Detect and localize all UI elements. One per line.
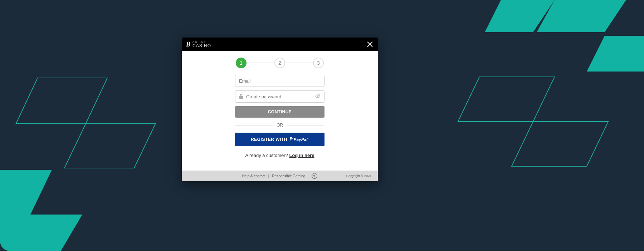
svg-marker-2 <box>587 36 644 72</box>
or-label: OR <box>277 123 283 128</box>
copyright-text: Copyright © 2024 <box>346 174 371 178</box>
svg-marker-9 <box>0 215 30 251</box>
age-badge: 21+ <box>312 173 317 179</box>
paypal-button-label: REGISTER WITH <box>251 137 287 142</box>
close-icon <box>367 41 373 48</box>
already-customer-row: Already a customer? Log in here <box>245 153 314 158</box>
modal-footer: Help & contact | Responsible Gaming 21+ … <box>182 171 378 181</box>
login-link[interactable]: Log in here <box>289 153 314 158</box>
stepper: 1 2 3 <box>236 58 324 68</box>
brand-mark-icon: B <box>186 41 190 48</box>
footer-links: Help & contact | Responsible Gaming 21+ <box>242 173 317 179</box>
or-divider: OR <box>235 123 325 128</box>
responsible-gaming-link[interactable]: Responsible Gaming <box>272 174 305 178</box>
email-field[interactable] <box>239 78 321 84</box>
register-paypal-button[interactable]: REGISTER WITH PayPal <box>235 133 325 146</box>
svg-marker-7 <box>0 170 52 215</box>
help-contact-link[interactable]: Help & contact <box>242 174 265 178</box>
registration-modal: B ONLINE CASINO 1 2 3 <box>182 38 378 181</box>
registration-form: CONTINUE OR REGISTER WITH PayPal <box>235 75 325 146</box>
svg-marker-8 <box>0 215 82 251</box>
svg-marker-3 <box>458 77 555 122</box>
footer-separator: | <box>268 174 269 178</box>
step-line-1 <box>247 63 274 63</box>
svg-marker-5 <box>16 78 107 123</box>
brand-logo: B ONLINE CASINO <box>186 41 211 48</box>
continue-button[interactable]: CONTINUE <box>235 106 325 118</box>
modal-header: B ONLINE CASINO <box>182 38 378 51</box>
svg-marker-0 <box>485 0 555 32</box>
step-line-2 <box>285 63 313 63</box>
brand-bottom-text: CASINO <box>192 44 211 48</box>
step-1: 1 <box>236 58 247 68</box>
close-button[interactable] <box>366 40 374 49</box>
svg-text:PayPal: PayPal <box>294 137 308 142</box>
paypal-logo-icon: PayPal <box>289 137 309 142</box>
svg-marker-4 <box>512 122 608 166</box>
already-customer-text: Already a customer? <box>245 153 289 158</box>
svg-marker-6 <box>64 123 156 168</box>
step-3: 3 <box>313 58 324 68</box>
password-field-wrapper <box>235 90 325 103</box>
modal-body: 1 2 3 CONTINUE OR <box>182 51 378 158</box>
email-field-wrapper <box>235 75 325 87</box>
toggle-password-button[interactable] <box>315 94 321 100</box>
password-field[interactable] <box>246 94 315 99</box>
step-2: 2 <box>274 58 285 68</box>
lock-icon <box>239 94 243 100</box>
svg-marker-1 <box>537 0 626 32</box>
